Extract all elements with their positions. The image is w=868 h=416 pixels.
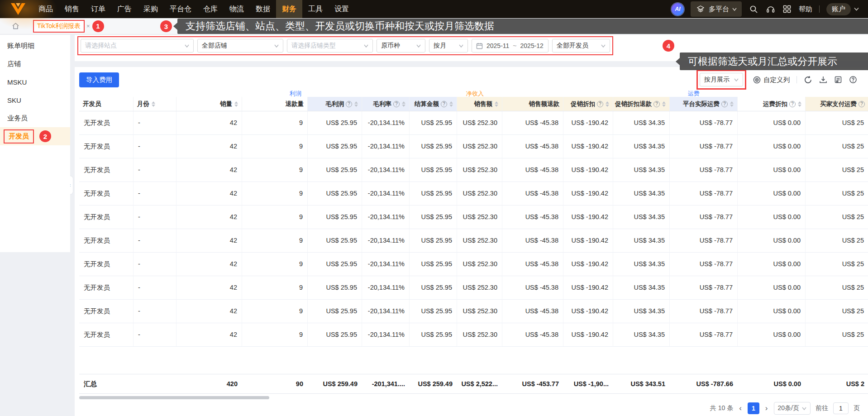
site-select[interactable]: 请选择站点: [81, 39, 194, 53]
sort-icon[interactable]: [798, 101, 801, 107]
platform-switcher[interactable]: 多平台: [691, 1, 742, 17]
nav-item-7[interactable]: 仓库: [197, 0, 224, 18]
column-header-7[interactable]: 结算金额?: [410, 97, 457, 111]
cell: US$ 252.30: [457, 253, 502, 276]
apps-grid-icon[interactable]: [782, 4, 792, 14]
column-header-14[interactable]: 买家支付运费?: [806, 97, 868, 111]
column-header-9[interactable]: 销售额退款: [502, 97, 563, 111]
annotation-box-2: 开发员: [4, 129, 34, 143]
cell: US$ 25: [806, 253, 868, 276]
column-header-10[interactable]: 促销折扣?: [563, 97, 613, 111]
sidebar-item-4[interactable]: SKU: [0, 91, 70, 109]
nav-item-2[interactable]: 销售: [59, 0, 85, 18]
column-header-13[interactable]: 运费折扣?: [738, 97, 806, 111]
nav-item-10[interactable]: 财务: [276, 0, 302, 18]
column-header-3[interactable]: 销量: [176, 97, 242, 111]
sort-icon[interactable]: [402, 101, 405, 107]
home-icon[interactable]: [12, 22, 19, 30]
store-select[interactable]: 全部店铺: [197, 39, 283, 53]
page-size-select[interactable]: 20条/页: [774, 402, 811, 415]
display-mode-select[interactable]: 按月展示: [700, 73, 743, 86]
cell: US$ 252.30: [457, 135, 502, 158]
account-menu[interactable]: 账户: [826, 3, 851, 15]
cell: 42: [176, 323, 242, 347]
sort-icon[interactable]: [152, 101, 155, 107]
nav-item-5[interactable]: 采购: [138, 0, 164, 18]
sort-icon[interactable]: [495, 101, 498, 107]
cell: US$ 0.00: [738, 158, 806, 182]
next-page-icon[interactable]: ›: [764, 404, 769, 413]
tab-close-icon[interactable]: ×: [86, 23, 90, 29]
cell: -20,134.11%: [362, 229, 410, 253]
summary-cell: [134, 374, 176, 393]
summary-cell: 420: [176, 374, 242, 393]
column-label: 月份: [137, 100, 149, 108]
nav-item-11[interactable]: 工具: [302, 0, 329, 18]
annotation-circle-2: 2: [39, 130, 51, 142]
nav-item-4[interactable]: 广告: [111, 0, 138, 18]
sort-icon[interactable]: [606, 101, 609, 107]
column-header-1[interactable]: 开发员: [79, 97, 134, 111]
table-row-3: 无开发员-429US$ 25.95-20,134.11%US$ 25.95US$…: [79, 158, 868, 182]
tab-tiktok-profit-report[interactable]: TikTok利润报表: [37, 22, 81, 30]
search-icon[interactable]: [749, 4, 758, 14]
ai-assistant-button[interactable]: AI: [672, 3, 684, 15]
sidebar-item-5[interactable]: 业务员: [0, 109, 70, 127]
refresh-icon[interactable]: [804, 76, 812, 84]
column-header-11[interactable]: 促销折扣退款?: [613, 97, 670, 111]
help-icon[interactable]: [849, 76, 857, 84]
nav-item-9[interactable]: 数据: [250, 0, 276, 18]
account-chevron-down-icon[interactable]: [854, 7, 859, 11]
column-header-4[interactable]: 退款量: [242, 97, 308, 111]
nav-item-6[interactable]: 平台仓: [164, 0, 197, 18]
store-type-select[interactable]: 请选择店铺类型: [287, 39, 373, 53]
nav-item-1[interactable]: 商品: [33, 0, 59, 18]
column-header-12[interactable]: 平台实际运费?: [670, 97, 738, 111]
import-fees-button[interactable]: 导入费用: [79, 72, 119, 87]
goto-page-input[interactable]: [833, 402, 849, 414]
sidebar-item-2[interactable]: 店铺: [0, 55, 70, 73]
granularity-select[interactable]: 按月: [429, 39, 468, 53]
column-header-2[interactable]: 月份: [134, 97, 176, 111]
customize-columns-button[interactable]: 自定义列: [753, 76, 790, 84]
cell: 9: [242, 300, 308, 323]
sort-icon[interactable]: [354, 101, 358, 107]
developer-select[interactable]: 全部开发员: [552, 39, 610, 53]
column-header-6[interactable]: 毛利率?: [362, 97, 410, 111]
table-row-7: 无开发员-429US$ 25.95-20,134.11%US$ 25.95US$…: [79, 253, 868, 276]
nav-item-3[interactable]: 订单: [85, 0, 111, 18]
sort-icon[interactable]: [662, 101, 666, 107]
headset-icon[interactable]: [765, 4, 775, 14]
table-row-2: 无开发员-429US$ 25.95-20,134.11%US$ 25.95US$…: [79, 135, 868, 158]
sidebar-item-1[interactable]: 账单明细: [0, 37, 70, 55]
app-logo-icon[interactable]: [10, 3, 26, 15]
cell: US$ 25.95: [308, 158, 362, 182]
column-header-5[interactable]: 毛利润?: [308, 97, 362, 111]
sort-icon[interactable]: [449, 101, 453, 107]
cell: -: [134, 206, 176, 229]
info-icon: ?: [789, 101, 796, 107]
currency-select[interactable]: 原币种: [377, 39, 425, 53]
cell: US$ -45.38: [502, 182, 563, 206]
column-header-8[interactable]: 销售额: [457, 97, 502, 111]
target-icon: [753, 76, 761, 84]
cell: US$ 34.35: [613, 276, 670, 300]
cell: US$ 25.95: [410, 158, 457, 182]
prev-page-icon[interactable]: ‹: [738, 404, 743, 413]
sidebar-item-6[interactable]: 开发员2: [0, 127, 70, 145]
horizontal-scrollbar[interactable]: [79, 396, 269, 399]
help-link[interactable]: 帮助: [799, 5, 812, 14]
cell: US$ 252.30: [457, 158, 502, 182]
sidebar-item-label: 店铺: [7, 60, 21, 68]
sort-icon[interactable]: [730, 101, 734, 107]
page-number-button[interactable]: 1: [748, 402, 759, 414]
nav-item-8[interactable]: 物流: [224, 0, 250, 18]
sort-icon[interactable]: [234, 101, 238, 107]
cell: US$ 0.00: [738, 276, 806, 300]
report-export-icon[interactable]: [834, 76, 842, 84]
summary-row: 汇总42090US$ 259.49-201,341....US$ 259.49U…: [79, 374, 868, 394]
sidebar-item-3[interactable]: MSKU: [0, 73, 70, 91]
nav-item-12[interactable]: 设置: [329, 0, 355, 18]
download-icon[interactable]: [819, 76, 827, 84]
date-range-picker[interactable]: 2025-11~2025-12: [472, 39, 548, 53]
